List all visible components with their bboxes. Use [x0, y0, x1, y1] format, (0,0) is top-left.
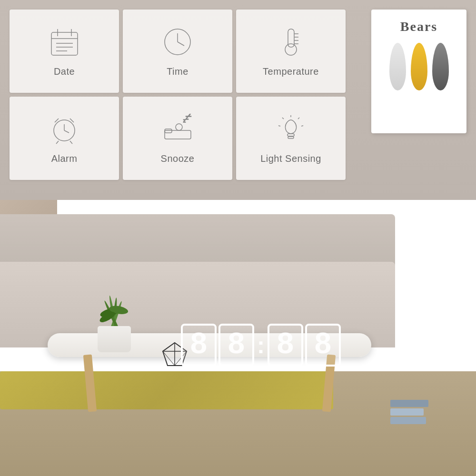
svg-line-12: [163, 343, 175, 351]
temperature-label: Temperature: [263, 66, 319, 77]
digital-clock: :: [181, 324, 362, 371]
feature-card-alarm: Alarm: [10, 97, 119, 180]
alarm-label: Alarm: [51, 153, 78, 164]
feature-grid: Date Time Temperature: [10, 10, 346, 180]
svg-line-10: [163, 351, 175, 366]
clock-digit-2: [218, 324, 254, 367]
svg-line-49: [278, 126, 280, 126]
feather-dark: [432, 43, 449, 90]
clock-colon: :: [256, 332, 266, 358]
light-sensing-label: Light Sensing: [260, 153, 321, 164]
table-leg-left: [83, 354, 97, 412]
svg-line-46: [298, 118, 299, 119]
feather-white: [389, 43, 406, 90]
plant-decoration: [90, 295, 138, 352]
plant-pot: [98, 326, 131, 352]
clock-digit-4: [305, 324, 341, 367]
floor-books: [390, 400, 428, 424]
svg-rect-37: [165, 130, 191, 139]
book-3: [390, 417, 426, 424]
svg-line-35: [56, 141, 59, 144]
feature-card-time: Time: [123, 10, 232, 93]
book-1: [390, 400, 428, 407]
clock-digit-1: [181, 324, 217, 367]
svg-rect-44: [288, 137, 294, 139]
feature-card-snooze: z z z Snooze: [123, 97, 232, 180]
feature-card-date: Date: [10, 10, 119, 93]
lightbulb-icon: [274, 112, 307, 146]
svg-line-23: [178, 42, 184, 46]
svg-line-48: [282, 118, 284, 119]
feature-card-temperature: Temperature: [236, 10, 346, 93]
svg-rect-14: [51, 32, 78, 55]
snooze-icon: z z z: [161, 112, 194, 146]
svg-line-32: [64, 130, 69, 133]
clock-digit-3: [268, 324, 303, 367]
thermometer-icon: [274, 25, 307, 59]
clock-display: :: [181, 324, 362, 367]
svg-text:z: z: [188, 114, 191, 118]
feathers-decoration: [389, 43, 449, 90]
feature-card-light-sensing: Light Sensing: [236, 97, 346, 180]
date-label: Date: [54, 66, 75, 77]
alarm-icon: [48, 112, 81, 146]
feather-yellow: [411, 43, 427, 90]
calendar-icon: [48, 25, 81, 59]
svg-line-36: [70, 141, 72, 144]
svg-rect-43: [288, 134, 294, 136]
clock-icon: [161, 25, 194, 59]
svg-point-25: [285, 44, 297, 55]
artwork-title: Bears: [400, 19, 437, 34]
svg-line-47: [301, 126, 303, 126]
book-2: [390, 408, 424, 416]
time-label: Time: [167, 66, 188, 77]
snooze-label: Snooze: [161, 153, 195, 164]
svg-point-39: [176, 124, 182, 130]
svg-rect-38: [165, 129, 172, 133]
plant-leaves: [93, 293, 136, 331]
wall-artwork: Bears: [371, 10, 466, 133]
